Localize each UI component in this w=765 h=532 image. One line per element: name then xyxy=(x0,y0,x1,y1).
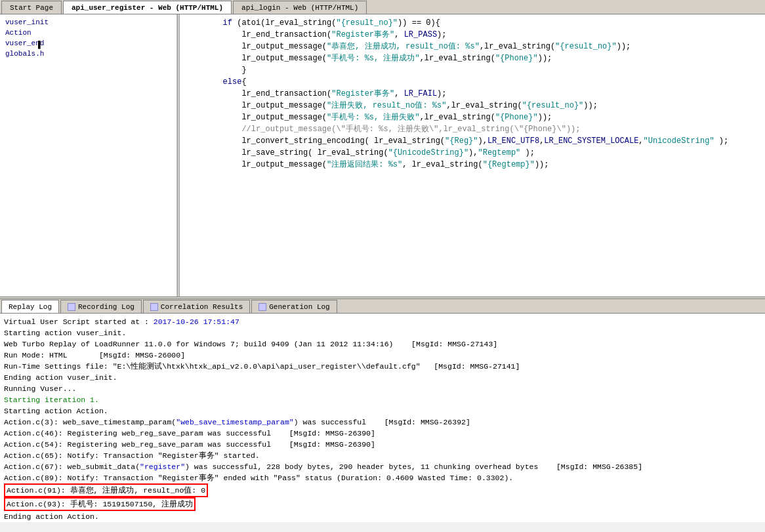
log-line-15: Action.c(89): Notify: Transaction "Regis… xyxy=(4,472,761,483)
tab-api-login[interactable]: api_login - Web (HTTP/HTML) xyxy=(233,1,367,14)
log-line-10: Action.c(3): web_save_timestamp_param("w… xyxy=(4,417,761,428)
code-line: //lr_output_message(\"手机号: %s, 注册失败\",lr… xyxy=(185,123,760,135)
tab-generation-log[interactable]: Generation Log xyxy=(251,300,337,313)
code-line: lr_output_message("恭喜您, 注册成功, result_no值… xyxy=(185,41,760,52)
log-output[interactable]: Virtual User Script started at : 2017-10… xyxy=(0,314,765,522)
log-line-9: Starting action Action. xyxy=(4,405,761,417)
code-line: else{ xyxy=(185,76,760,88)
log-line-2: Starting action vuser_init. xyxy=(4,327,761,338)
log-line-4: Run Mode: HTML [MsgId: MMSG-26000] xyxy=(4,350,761,361)
replay-log-label: Replay Log xyxy=(9,303,52,311)
code-line: if (atoi(lr_eval_string("{result_no}")) … xyxy=(185,17,760,29)
tab-recording-log[interactable]: Recording Log xyxy=(60,300,142,313)
correlation-results-label: Correlation Results xyxy=(161,303,243,311)
sidebar-item-action[interactable]: Action xyxy=(3,28,174,38)
sidebar-item-vuser-end[interactable]: vuser_end xyxy=(3,38,174,49)
recording-log-icon xyxy=(68,303,75,311)
recording-log-label: Recording Log xyxy=(78,303,134,311)
tab-api-user-register[interactable]: api_user_register - Web (HTTP/HTML) xyxy=(63,1,232,14)
log-line-13: Action.c(65): Notify: Transaction "Regis… xyxy=(4,450,761,461)
sidebar-item-globals[interactable]: globals.h xyxy=(3,49,174,59)
tab-replay-log[interactable]: Replay Log xyxy=(1,300,59,313)
sidebar-item-vuser-init[interactable]: vuser_init xyxy=(3,17,174,28)
log-line-7: Running Vuser... xyxy=(4,383,761,394)
bottom-tab-bar: Replay Log Recording Log Correlation Res… xyxy=(0,299,765,314)
log-line-3: Web Turbo Replay of LoadRunner 11.0.0 fo… xyxy=(4,338,761,350)
log-line-8: Starting iteration 1. xyxy=(4,394,761,405)
code-line: } xyxy=(185,64,760,76)
log-line-14: Action.c(67): web_submit_data("register"… xyxy=(4,461,761,472)
code-line: lr_end_transaction("Register事务", LR_PASS… xyxy=(185,29,760,41)
code-line: lr_output_message("注册失败, result_no值: %s"… xyxy=(185,100,760,112)
correlation-icon xyxy=(150,303,158,311)
log-line-11: Action.c(46): Registering web_reg_save_p… xyxy=(4,428,761,439)
log-line-5: Run-Time Settings file: "E:\性能测试\htxk\ht… xyxy=(4,361,761,372)
log-line-1: Virtual User Script started at : 2017-10… xyxy=(4,316,761,327)
cursor: ▌ xyxy=(38,41,45,50)
top-tab-bar: Start Page api_user_register - Web (HTTP… xyxy=(0,0,765,14)
generation-log-icon xyxy=(258,303,266,311)
bottom-panel: Replay Log Recording Log Correlation Res… xyxy=(0,299,765,522)
log-line-17-highlighted: Action.c(93): 手机号: 15191507150, 注册成功 xyxy=(4,497,196,511)
log-line-16-highlighted: Action.c(91): 恭喜您, 注册成功, result_no值: 0 xyxy=(4,483,208,497)
code-line: lr_convert_string_encoding( lr_eval_stri… xyxy=(185,135,760,147)
code-line: lr_output_message("手机号: %s, 注册失败",lr_eva… xyxy=(185,112,760,123)
log-line-18: Ending action Action. xyxy=(4,511,761,522)
generation-log-label: Generation Log xyxy=(269,303,329,311)
code-line: lr_save_string( lr_eval_string("{Unicode… xyxy=(185,147,760,159)
log-line-12: Action.c(54): Registering web_reg_save_p… xyxy=(4,439,761,450)
code-line: lr_output_message("手机号: %s, 注册成功",lr_eva… xyxy=(185,52,760,64)
tab-start-page[interactable]: Start Page xyxy=(1,1,62,14)
tab-correlation-results[interactable]: Correlation Results xyxy=(143,300,250,313)
log-line-6: Ending action vuser_init. xyxy=(4,372,761,383)
code-editor[interactable]: if (atoi(lr_eval_string("{result_no}")) … xyxy=(180,14,765,297)
code-line: lr_output_message("注册返回结果: %s", lr_eval_… xyxy=(185,159,760,171)
file-sidebar: vuser_init Action vuser_end globals.h xyxy=(0,14,177,297)
code-line: lr_end_transaction("Register事务", LR_FAIL… xyxy=(185,88,760,100)
